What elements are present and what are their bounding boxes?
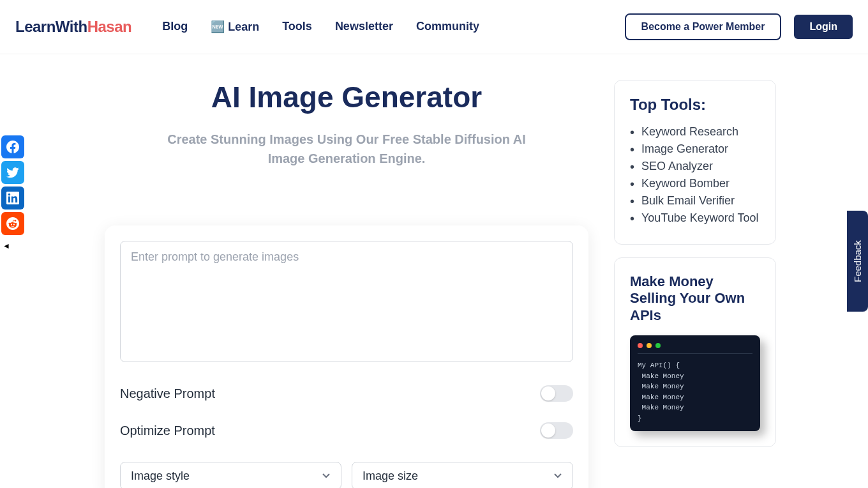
- generator-card: Negative Prompt Optimize Prompt Image st…: [105, 225, 588, 488]
- tool-item-keyword-research[interactable]: Keyword Research: [641, 125, 760, 139]
- linkedin-icon: [6, 192, 19, 204]
- negative-prompt-row: Negative Prompt: [120, 385, 573, 402]
- negative-prompt-label: Negative Prompt: [120, 386, 215, 401]
- dot-green-icon: [655, 343, 661, 348]
- tool-list: Keyword Research Image Generator SEO Ana…: [630, 125, 760, 225]
- header-actions: Become a Power Member Login: [625, 13, 853, 40]
- main-nav: Blog 🆕 Learn Tools Newsletter Community: [162, 20, 479, 34]
- nav-learn[interactable]: 🆕 Learn: [211, 20, 259, 34]
- feedback-tab[interactable]: Feedback: [847, 211, 868, 312]
- nav-blog[interactable]: Blog: [162, 20, 188, 34]
- share-twitter-button[interactable]: [1, 161, 24, 184]
- twitter-icon: [6, 166, 19, 179]
- optimize-prompt-row: Optimize Prompt: [120, 422, 573, 439]
- prompt-input[interactable]: [120, 241, 573, 362]
- facebook-icon: [6, 141, 19, 153]
- image-style-label: Image style: [131, 469, 190, 483]
- page-subtitle: Create Stunning Images Using Our Free St…: [155, 130, 538, 168]
- optimize-prompt-toggle[interactable]: [540, 422, 573, 439]
- chevron-down-icon: [553, 473, 562, 478]
- content: AI Image Generator Create Stunning Image…: [0, 54, 868, 488]
- share-facebook-button[interactable]: [1, 135, 24, 158]
- tool-item-image-generator[interactable]: Image Generator: [641, 142, 760, 156]
- social-share-bar: ◄: [1, 135, 24, 250]
- image-size-select[interactable]: Image size: [352, 462, 573, 488]
- logo[interactable]: LearnWithHasan: [15, 18, 131, 36]
- tool-item-youtube-keyword[interactable]: YouTube Keyword Tool: [641, 211, 760, 225]
- dot-yellow-icon: [647, 343, 652, 348]
- image-size-label: Image size: [363, 469, 418, 483]
- promo-title: Make Money Selling Your Own APIs: [630, 273, 760, 324]
- nav-newsletter[interactable]: Newsletter: [335, 20, 393, 34]
- select-row: Image style Image size: [120, 462, 573, 488]
- toggle-knob: [541, 423, 555, 438]
- tool-item-keyword-bomber[interactable]: Keyword Bomber: [641, 177, 760, 190]
- hide-share-bar[interactable]: ◄: [1, 241, 24, 250]
- logo-part2: Hasan: [87, 18, 132, 35]
- reddit-icon: [6, 217, 19, 230]
- nav-tools[interactable]: Tools: [282, 20, 312, 34]
- top-tools-card: Top Tools: Keyword Research Image Genera…: [614, 80, 776, 245]
- top-tools-title: Top Tools:: [630, 96, 760, 114]
- optimize-prompt-label: Optimize Prompt: [120, 423, 215, 438]
- toggle-knob: [541, 386, 555, 400]
- chevron-down-icon: [322, 473, 331, 478]
- negative-prompt-toggle[interactable]: [540, 385, 573, 402]
- promo-card[interactable]: Make Money Selling Your Own APIs My API(…: [614, 257, 776, 447]
- tool-item-seo-analyzer[interactable]: SEO Analyzer: [641, 160, 760, 173]
- share-reddit-button[interactable]: [1, 212, 24, 235]
- code-block: My API() { Make Money Make Money Make Mo…: [630, 335, 760, 431]
- window-dots: [638, 343, 752, 354]
- nav-community[interactable]: Community: [416, 20, 479, 34]
- tool-item-bulk-email[interactable]: Bulk Email Verifier: [641, 194, 760, 208]
- main: AI Image Generator Create Stunning Image…: [105, 80, 588, 488]
- page-title: AI Image Generator: [105, 80, 588, 114]
- code-text: My API() { Make Money Make Money Make Mo…: [638, 360, 752, 423]
- become-member-button[interactable]: Become a Power Member: [625, 13, 782, 40]
- sidebar: Top Tools: Keyword Research Image Genera…: [614, 80, 776, 488]
- logo-part1: LearnWith: [15, 18, 87, 35]
- header: LearnWithHasan Blog 🆕 Learn Tools Newsle…: [0, 0, 868, 54]
- dot-red-icon: [638, 343, 643, 348]
- share-linkedin-button[interactable]: [1, 187, 24, 210]
- image-style-select[interactable]: Image style: [120, 462, 341, 488]
- login-button[interactable]: Login: [794, 15, 853, 39]
